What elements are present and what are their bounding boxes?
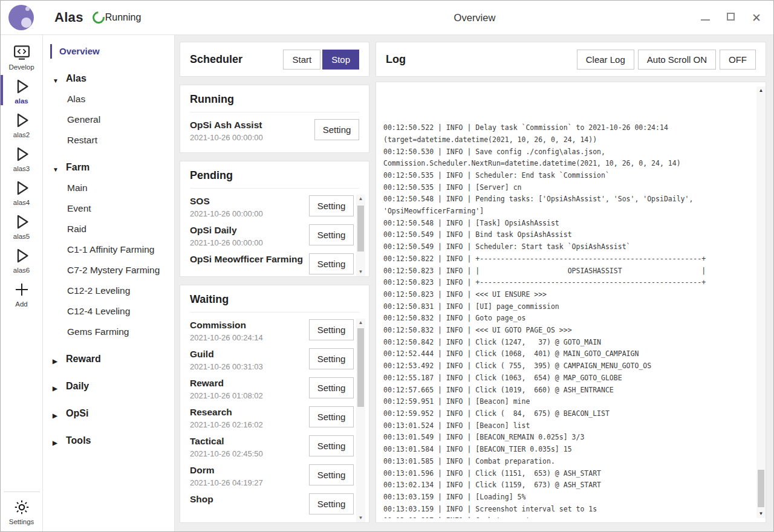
rail-item-settings[interactable]: Settings [4, 498, 40, 525]
minimize-button[interactable] [701, 12, 710, 23]
setting-button[interactable]: Setting [309, 224, 354, 245]
rail-item-develop[interactable]: Develop [1, 39, 42, 73]
pending-scrollbar[interactable]: ▲ ▼ [356, 195, 365, 276]
rail-item-label: Develop [8, 63, 34, 71]
setting-button[interactable]: Setting [309, 348, 354, 369]
maximize-icon [727, 13, 735, 21]
start-button[interactable]: Start [283, 50, 320, 70]
maximize-button[interactable] [727, 12, 735, 23]
autoscroll-on-button[interactable]: Auto Scroll ON [638, 50, 716, 70]
log-header-panel: Log Clear Log Auto Scroll ON OFF [376, 42, 766, 77]
setting-button[interactable]: Setting [309, 406, 354, 427]
task-time: 2021-10-26 00:00:00 [190, 238, 305, 247]
rail-item-alas3[interactable]: alas3 [1, 141, 42, 175]
setting-button[interactable]: Setting [314, 119, 359, 140]
scroll-up-icon[interactable]: ▲ [359, 319, 363, 327]
nav-item[interactable]: General [43, 109, 174, 130]
log-line: 00:13:01.549 | INFO | [BEACON_REMAIN 0.0… [383, 432, 755, 444]
scroll-thumb[interactable] [357, 206, 364, 251]
rail-item-alas4[interactable]: alas4 [1, 175, 42, 209]
nav-item[interactable]: ▶ Tools [43, 430, 174, 451]
nav-item[interactable]: Alas [43, 89, 174, 109]
setting-button[interactable]: Setting [309, 319, 354, 340]
develop-icon [12, 43, 31, 62]
log-scrollbar[interactable]: ▲ ▼ [756, 86, 766, 518]
task-name: OpSi Ash Assist [190, 119, 311, 131]
instance-rail: Develop alas alas2 alas3 alas4 alas5 [1, 35, 43, 531]
rail-bottom: Settings [4, 491, 40, 531]
nav-item-label: Event [67, 203, 91, 213]
task-name: Reward [190, 377, 305, 389]
task-row: OpSi Daily 2021-10-26 00:00:00 Setting [190, 224, 354, 253]
scroll-down-icon[interactable]: ▼ [359, 268, 363, 276]
log-line: 00:12:52.444 | INFO | Click (1068, 401) … [383, 348, 755, 360]
rail-item-alas[interactable]: alas [1, 73, 42, 107]
nav-item[interactable]: Overview [43, 41, 174, 62]
task-name: SOS [190, 195, 305, 207]
setting-button[interactable]: Setting [309, 253, 354, 274]
setting-button[interactable]: Setting [309, 195, 354, 216]
task-row: SOS 2021-10-26 00:00:00 Setting [190, 195, 354, 224]
nav-item[interactable]: ▼ Alas [43, 68, 174, 89]
nav-item[interactable]: C12-4 Leveling [43, 301, 174, 322]
scroll-up-icon[interactable]: ▲ [359, 195, 363, 203]
nav-item[interactable]: C12-2 Leveling [43, 281, 174, 301]
log-line: 00:12:50.832 | INFO | Goto page_os [383, 313, 755, 325]
task-time: 2021-10-26 00:24:14 [190, 333, 305, 342]
rail-item-add[interactable]: Add [1, 276, 42, 310]
task-info: Dorm 2021-10-26 04:19:27 [190, 464, 309, 487]
nav-item-label: Gems Farming [67, 326, 129, 337]
log-line: 00:12:53.492 | INFO | Click ( 755, 395) … [383, 360, 755, 372]
task-name: Shop [190, 493, 305, 505]
setting-button[interactable]: Setting [309, 464, 354, 485]
clear-log-button[interactable]: Clear Log [577, 50, 634, 70]
rail-item-alas6[interactable]: alas6 [1, 242, 42, 276]
nav-item[interactable]: C1-1 Affinity Farming [43, 239, 174, 260]
nav-item[interactable]: ▶ Reward [43, 349, 174, 369]
nav-item-label: Farm [66, 162, 89, 172]
rail-item-label: alas [15, 97, 28, 105]
nav-item[interactable]: Restart [43, 130, 174, 151]
nav-arrow-icon: ▶ [53, 438, 57, 449]
autoscroll-off-button[interactable]: OFF [720, 50, 756, 70]
stop-button[interactable]: Stop [322, 50, 359, 70]
waiting-scrollbar[interactable]: ▲ ▼ [356, 319, 365, 522]
nav-item-label: Overview [59, 46, 100, 56]
task-name: Tactical [190, 435, 305, 447]
play-icon [12, 77, 31, 96]
scroll-down-icon[interactable]: ▼ [759, 510, 764, 518]
close-button[interactable]: ✕ [752, 12, 761, 24]
rail-item-label: alas3 [13, 165, 30, 172]
setting-button[interactable]: Setting [309, 435, 354, 456]
nav-item[interactable]: Main [43, 178, 174, 198]
nav-item[interactable]: Raid [43, 219, 174, 239]
log-line: 'OpsiMeowfficerFarming'] [383, 206, 755, 218]
rail-item-alas2[interactable]: alas2 [1, 107, 42, 141]
log-line: 00:12:50.823 | INFO | +-----------------… [383, 277, 755, 289]
nav-item[interactable]: C7-2 Mystery Farming [43, 260, 174, 281]
task-info: SOS 2021-10-26 00:00:00 [190, 195, 309, 218]
log-lines[interactable]: 00:12:50.522 | INFO | Delay task `Commis… [383, 86, 755, 518]
setting-button[interactable]: Setting [309, 377, 354, 398]
running-title: Running [190, 93, 359, 112]
scroll-thumb[interactable] [357, 328, 364, 407]
rail-item-alas5[interactable]: alas5 [1, 209, 42, 242]
setting-button[interactable]: Setting [309, 493, 354, 514]
nav-item[interactable]: ▶ OpSi [43, 403, 174, 424]
titlebar: Alas Running Overview ✕ [1, 1, 773, 35]
play-icon [12, 212, 31, 232]
pending-card: Pending SOS 2021-10-26 00:00:00 Setting [180, 161, 369, 277]
scroll-up-icon[interactable]: ▲ [759, 86, 764, 95]
scroll-down-icon[interactable]: ▼ [359, 514, 363, 522]
nav-item[interactable]: ▶ Daily [43, 376, 174, 397]
nav-item[interactable]: Event [43, 198, 174, 219]
log-line: 00:12:50.822 | INFO | +-----------------… [383, 253, 755, 265]
page-title: Overview [454, 12, 496, 24]
task-row: Tactical 2021-10-26 02:45:50 Setting [190, 435, 354, 464]
nav-item[interactable]: ▼ Farm [43, 157, 174, 178]
log-line: 00:12:50.823 | INFO | <<< UI ENSURE >>> [383, 289, 755, 301]
nav-item[interactable]: Gems Farming [43, 322, 174, 342]
task-info: Research 2021-10-26 02:16:02 [190, 406, 309, 429]
scroll-thumb[interactable] [758, 470, 764, 507]
log-line: 00:12:50.831 | INFO | [UI] page_commissi… [383, 301, 755, 313]
